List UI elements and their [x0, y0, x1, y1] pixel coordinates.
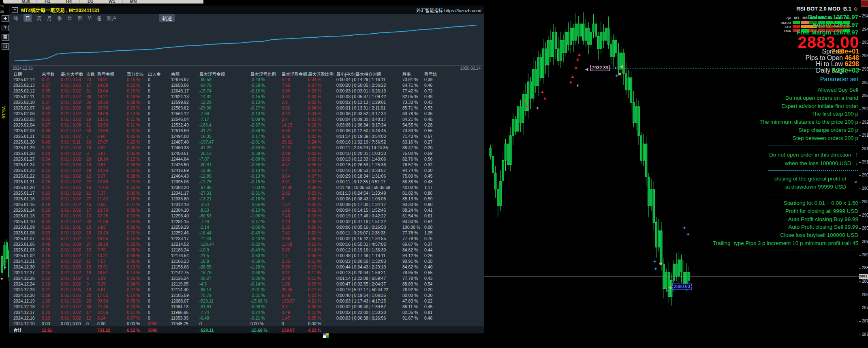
cell: 19 [86, 116, 97, 122]
cell: 82.76 % [402, 156, 424, 162]
help-icon[interactable]: ? [2, 25, 9, 31]
move-icon[interactable]: ✚ [2, 15, 9, 22]
cell: 0.15 % [127, 236, 148, 241]
cell: 12.25 [97, 213, 127, 219]
cell: 0 [148, 224, 171, 230]
cell: 2025.01.17 [13, 190, 42, 196]
cell: 12395.06 [171, 179, 199, 185]
cell: -0.96 % [250, 304, 282, 309]
param-line: Step between orders 200 p [759, 134, 858, 142]
cell: 0.03 % [308, 99, 336, 105]
table-row: 2025.02.100.370.01 | 0.023010.300.08 %01… [9, 99, 484, 105]
track-button[interactable]: 轨迹 [159, 14, 175, 22]
cell: 0.09 % [308, 304, 336, 309]
tab-备[interactable]: 备 [97, 15, 102, 21]
cell: 12460.33 [171, 145, 199, 150]
taskbar-icon[interactable] [323, 333, 329, 338]
cell: 17 [86, 309, 97, 315]
close-icon[interactable]: ✕ [854, 180, 857, 185]
cell: 0:00:16 | 1:32:10 | 7:36:52 [336, 139, 402, 145]
axis-tick-label: 2897 [862, 226, 868, 230]
ea-title-text: RSI BOT 2.0 MOD_B.1 [796, 6, 851, 12]
table-row: 2025.02.040.270.01 | 0.081113.900.11 %01… [9, 122, 484, 128]
cell: 0.08 % [127, 162, 148, 168]
period-button-h1[interactable]: H1 [37, 0, 58, 4]
axis-tick-label: 2894 [862, 239, 868, 244]
cell: 2025.01.16 [13, 196, 42, 202]
cell: -38.55 [199, 264, 250, 270]
total-cell: 139.07 [282, 327, 308, 333]
timeframe-toolbar[interactable]: M30H1H4D1W1MN [3, 0, 203, 4]
cell: 8.08 [97, 202, 127, 207]
axis-tick-label: 2918 [862, 133, 868, 137]
tab-周[interactable]: 周 [37, 15, 42, 21]
cell: 0.07 % [308, 173, 336, 179]
cell: 86.36 % [402, 179, 424, 185]
watermark-link[interactable]: 外汇智能指标 https://fxznzb.com/ [416, 7, 481, 13]
tab-日[interactable]: 日 [24, 14, 32, 22]
tab-M[interactable]: M [88, 15, 92, 21]
table-row: 2025.01.200.220.01 | 0.051041.030.33 %01… [9, 185, 484, 190]
cell: -0.14 % [250, 281, 282, 287]
cell: 0:00:48 | 0:17:46 | 1:18:11 [336, 253, 402, 258]
tab-账户[interactable]: 账户 [107, 15, 117, 21]
tab-综[interactable]: 综 [13, 15, 18, 21]
cell: 2025.01.21 [13, 179, 42, 185]
cell: 0.27 [424, 139, 484, 145]
cell: 0.03 % [308, 190, 336, 196]
cell: -7.74 [199, 309, 250, 315]
cell: 0.76 [424, 236, 484, 241]
axis-tick-label: 2873 [862, 332, 868, 337]
cell: 0.01 | 0.02 [61, 309, 86, 315]
cell: 0:00:39 | 0:17:30 | 1:34:17 [336, 202, 402, 207]
period-button-d1[interactable]: D1 [80, 0, 101, 4]
cell: 2025.01.14 [13, 207, 42, 213]
period-button-h4[interactable]: H4 [58, 0, 80, 4]
cell: 12532.49 [171, 122, 199, 128]
stat-value: 8.24e+03 [832, 67, 859, 74]
cell: 19 [86, 270, 97, 275]
cell: 54.55 % [402, 122, 424, 128]
cell: 1.47 [282, 315, 308, 321]
cell: 37.06 [282, 185, 308, 190]
cell: 2024.12.17 [13, 309, 42, 315]
parameter-set-link[interactable]: Parameter set [820, 75, 858, 82]
forbid-icon[interactable]: 禁 [2, 34, 9, 41]
cell: 0:00:12 | 0:19:16 | 1:36:30 [336, 247, 402, 253]
tab-年[interactable]: 年 [67, 15, 72, 21]
table-row: 2025.01.290.230.01 | 0.03199.820.08 %012… [9, 145, 484, 150]
trade-marker-icon: ◀ [658, 262, 662, 266]
cell: 0 [148, 145, 171, 150]
period-button-w1[interactable]: W1 [101, 0, 123, 4]
table-row: 2025.01.030.150.01 | 0.02139.700.08 %012… [9, 247, 484, 253]
period-button-m30[interactable]: M30 [15, 0, 37, 4]
tab-季[interactable]: 季 [57, 15, 62, 21]
cell: 0:01:13 | 0:24:54 | 1:23:49 [336, 190, 402, 196]
cell: 0 [148, 94, 171, 99]
cell: 0.81 [424, 309, 484, 315]
total-cell: -15.68 % [250, 327, 282, 333]
trade-marker-icon: ▼ [0, 277, 4, 281]
cell: 94.74 % [402, 168, 424, 173]
cell: 2024.12.27 [13, 270, 42, 275]
cell: 0.44 [424, 247, 484, 253]
cell: 2025.01.27 [13, 156, 42, 162]
table-row: 2025.02.030.390.01 | 0.023024.590.20 %01… [9, 128, 484, 133]
param-line: The first step 100 p [759, 110, 858, 118]
copy-window-icon[interactable]: ❐ [2, 43, 9, 50]
window-button[interactable] [861, 0, 868, 7]
cell: 2025.01.31 [13, 133, 42, 139]
cell: 0.11 % [308, 309, 336, 315]
cell: -64.79 [199, 82, 250, 88]
cell: 0.18 % [127, 196, 148, 202]
cell: 9.37 [97, 173, 127, 179]
collapse-button[interactable]: − [12, 7, 18, 13]
tab-月[interactable]: 月 [47, 15, 52, 21]
period-button-mn[interactable]: MN [123, 0, 144, 4]
high-price-label: 2932.39 [590, 65, 610, 71]
cell: 0 [148, 275, 171, 281]
cell: 77.78 % [402, 230, 424, 236]
cell: 0.01 | 0.02 [61, 150, 86, 156]
axis-tick [859, 189, 861, 189]
tab-币[interactable]: 币 [77, 15, 82, 21]
